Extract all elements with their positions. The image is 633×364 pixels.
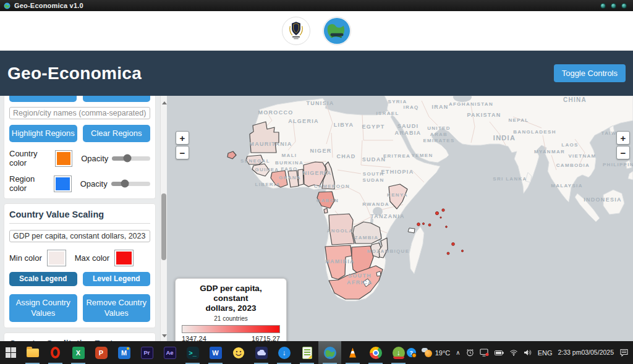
country-seychelles[interactable] bbox=[428, 224, 431, 226]
min-color-fill bbox=[49, 252, 64, 265]
level-legend-button[interactable]: Level Legend bbox=[83, 272, 151, 286]
research-crest-logo bbox=[282, 17, 310, 45]
taskbar-word[interactable]: W bbox=[204, 341, 227, 364]
country-color-picker[interactable] bbox=[55, 150, 72, 167]
taskbar-emoji-app[interactable] bbox=[227, 341, 250, 364]
map-canvas[interactable]: TUNISIAMOROCCOALGERIALIBYAEGYPTISRAELSYR… bbox=[167, 96, 633, 341]
map-legend: GDP per capita, constant dollars, 2023 2… bbox=[175, 278, 287, 341]
taskbar-download-manager[interactable]: ↓ bbox=[273, 341, 295, 364]
country-reunion[interactable] bbox=[461, 250, 463, 252]
country-gabon[interactable] bbox=[317, 192, 334, 208]
taskbar-vlc[interactable] bbox=[341, 341, 364, 364]
country-cape-verde[interactable] bbox=[227, 151, 236, 159]
cutoff-button-right[interactable] bbox=[83, 96, 150, 102]
taskbar-terminal-app[interactable]: >_ bbox=[181, 341, 204, 364]
battery-tray-icon[interactable] bbox=[495, 350, 504, 356]
zoom-out-button-right[interactable]: − bbox=[616, 146, 630, 159]
country-seychelles[interactable] bbox=[440, 217, 441, 218]
zoom-out-button[interactable]: − bbox=[176, 146, 189, 159]
country-benin-togo[interactable] bbox=[298, 169, 304, 185]
min-color-picker[interactable] bbox=[47, 250, 66, 266]
scroll-up-arrow-icon[interactable] bbox=[162, 101, 167, 104]
country-eswatini[interactable] bbox=[376, 271, 381, 276]
window-title: Geo-Economica v1.0 bbox=[14, 2, 83, 9]
region-opacity-thumb[interactable] bbox=[121, 180, 129, 188]
cutoff-button-left[interactable] bbox=[9, 96, 77, 102]
sidebar-scrollbar[interactable] bbox=[160, 96, 167, 341]
wifi-tray-icon[interactable] bbox=[509, 349, 518, 356]
help-tray-item[interactable]: ? bbox=[407, 348, 416, 357]
taskbar-m-app[interactable]: M bbox=[113, 341, 135, 364]
country-color-label: Country color bbox=[9, 149, 51, 167]
m-app-icon: M bbox=[118, 347, 130, 359]
minimize-button[interactable] bbox=[600, 3, 606, 9]
language-indicator[interactable]: ENG bbox=[538, 349, 553, 357]
legend-max-value: 16715.27 bbox=[252, 335, 280, 341]
maximize-button[interactable] bbox=[611, 3, 616, 9]
taskbar-excel[interactable]: X bbox=[67, 341, 90, 364]
start-button[interactable] bbox=[0, 341, 21, 364]
taskbar-after-effects[interactable]: Ae bbox=[158, 341, 181, 364]
country-opacity-slider[interactable] bbox=[112, 156, 150, 161]
chrome-icon bbox=[370, 347, 382, 359]
country-angola-cabinda[interactable] bbox=[324, 208, 328, 213]
scroll-down-arrow-icon[interactable] bbox=[162, 334, 167, 337]
speaker-icon bbox=[524, 349, 532, 356]
metric-input[interactable] bbox=[9, 230, 150, 242]
taskbar-notepad[interactable] bbox=[295, 341, 318, 364]
taskbar-premiere[interactable]: Pr bbox=[135, 341, 158, 364]
premiere-icon: Pr bbox=[141, 347, 153, 359]
legend-subtitle: 21 countries bbox=[182, 315, 280, 322]
tray-expand-chevron[interactable]: ∧ bbox=[456, 349, 460, 356]
taskbar-powerpoint[interactable]: P bbox=[90, 341, 113, 364]
taskbar-opera[interactable] bbox=[44, 341, 67, 364]
clock-tray-icon[interactable] bbox=[466, 349, 474, 357]
weather-tray-item[interactable]: 19°C bbox=[422, 348, 451, 357]
taskbar-cloud-app[interactable] bbox=[250, 341, 273, 364]
app-window: Geo-Economica v1.0 bbox=[0, 0, 633, 364]
region-color-picker[interactable] bbox=[54, 176, 72, 192]
after-effects-icon: Ae bbox=[164, 347, 176, 359]
zoom-in-button-right[interactable]: + bbox=[616, 131, 630, 145]
windows-logo-icon bbox=[6, 347, 16, 358]
remove-country-values-button[interactable]: Remove Country Values bbox=[83, 294, 151, 322]
controls-sidebar: Highlight Regions Clear Regions Country … bbox=[0, 96, 167, 341]
region-names-input[interactable] bbox=[9, 107, 150, 119]
notification-center[interactable] bbox=[619, 349, 629, 357]
assign-country-values-button[interactable]: Assign Country Values bbox=[9, 294, 77, 322]
volume-tray-icon[interactable] bbox=[524, 349, 532, 356]
country-opacity-thumb[interactable] bbox=[123, 154, 131, 163]
country-color-fill bbox=[57, 152, 70, 165]
taskbar-file-explorer[interactable] bbox=[21, 341, 44, 364]
country-mauritius[interactable] bbox=[452, 243, 455, 246]
scale-legend-button[interactable]: Scale Legend bbox=[9, 272, 77, 286]
display-tray-icon[interactable] bbox=[480, 349, 489, 357]
region-opacity-slider[interactable] bbox=[111, 182, 150, 186]
clock-datetime[interactable]: 2:33 pm 03/05/2025 bbox=[558, 349, 614, 357]
zoom-in-button[interactable]: + bbox=[176, 131, 189, 145]
value-scaling-title: Country Value Scaling bbox=[9, 210, 150, 224]
country-senegal[interactable] bbox=[246, 155, 263, 164]
close-button[interactable] bbox=[621, 3, 627, 9]
smiley-icon bbox=[232, 347, 245, 359]
region-opacity-label: Opacity bbox=[80, 179, 108, 188]
taskbar-geoeconomica-active[interactable] bbox=[318, 341, 341, 364]
country-seychelles[interactable] bbox=[422, 222, 424, 224]
country-seychelles[interactable] bbox=[417, 223, 420, 226]
country-angola[interactable] bbox=[329, 214, 354, 245]
region-color-label: Region color bbox=[9, 174, 50, 193]
country-seychelles[interactable] bbox=[446, 226, 448, 228]
excel-icon: X bbox=[72, 347, 85, 359]
max-color-label: Max color bbox=[75, 253, 109, 263]
country-seychelles[interactable] bbox=[442, 209, 444, 211]
country-seychelles[interactable] bbox=[435, 211, 438, 214]
page-title: Geo-Economica bbox=[7, 64, 142, 83]
clear-regions-button[interactable]: Clear Regions bbox=[83, 125, 151, 142]
taskbar-chrome[interactable] bbox=[364, 341, 387, 364]
country-comoros[interactable] bbox=[408, 228, 415, 233]
country-mauritius[interactable] bbox=[447, 252, 449, 255]
scrollbar-thumb[interactable] bbox=[161, 193, 166, 260]
toggle-controls-button[interactable]: Toggle Controls bbox=[554, 64, 626, 82]
highlight-regions-button[interactable]: Highlight Regions bbox=[9, 125, 77, 142]
max-color-picker[interactable] bbox=[114, 250, 134, 266]
